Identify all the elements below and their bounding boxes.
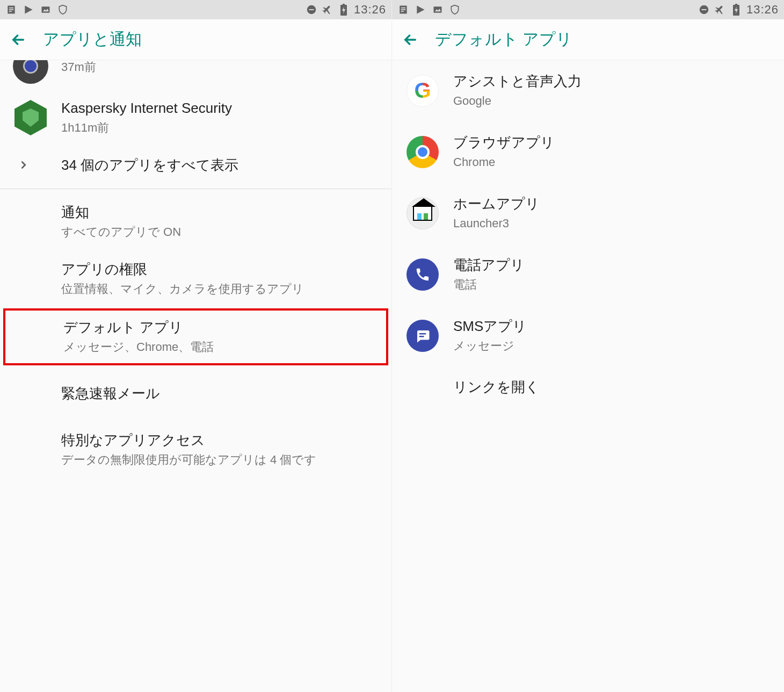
clock: 13:26 bbox=[354, 3, 386, 17]
default-browser[interactable]: ブラウザアプリ Chrome bbox=[392, 121, 784, 183]
default-subtitle: Launcher3 bbox=[453, 215, 773, 232]
setting-subtitle: すべてのアプリで ON bbox=[61, 224, 381, 241]
setting-title: 通知 bbox=[61, 203, 381, 222]
shield-outline-icon bbox=[449, 4, 461, 16]
default-subtitle: メッセージ bbox=[453, 338, 773, 355]
default-title: 電話アプリ bbox=[453, 256, 773, 275]
svg-rect-1 bbox=[9, 8, 13, 9]
play-icon bbox=[415, 4, 426, 16]
see-all-label: 34 個のアプリをすべて表示 bbox=[61, 156, 381, 175]
dnd-icon bbox=[306, 4, 317, 16]
screen-apps-notifications: 13:26 アプリと通知 37m前 Kaspersky Internet S bbox=[0, 0, 392, 692]
svg-rect-3 bbox=[9, 11, 12, 12]
play-icon bbox=[23, 4, 34, 16]
divider bbox=[0, 189, 391, 189]
svg-rect-13 bbox=[401, 9, 405, 10]
setting-title: 緊急速報メール bbox=[61, 384, 381, 403]
svg-rect-20 bbox=[735, 4, 737, 5]
battery-charging-icon bbox=[338, 4, 350, 16]
app-subtitle: 1h11m前 bbox=[61, 120, 381, 136]
document-icon bbox=[5, 4, 17, 16]
camera-icon bbox=[13, 60, 48, 84]
screen-default-apps: 13:26 デフォルト アプリ G アシストと音声入力 Google ブラウザア… bbox=[392, 0, 784, 692]
setting-app-permissions[interactable]: アプリの権限 位置情報、マイク、カメラを使用するアプリ bbox=[0, 250, 391, 307]
setting-default-apps[interactable]: デフォルト アプリ メッセージ、Chrome、電話 bbox=[3, 308, 388, 365]
app-bar: アプリと通知 bbox=[0, 19, 391, 60]
svg-rect-15 bbox=[434, 6, 442, 13]
app-bar: デフォルト アプリ bbox=[392, 19, 784, 60]
setting-subtitle: メッセージ、Chrome、電話 bbox=[63, 339, 379, 356]
back-button[interactable] bbox=[402, 31, 419, 48]
phone-icon bbox=[406, 258, 439, 291]
svg-rect-14 bbox=[401, 11, 404, 12]
chevron-right-icon bbox=[13, 159, 34, 171]
svg-rect-2 bbox=[9, 9, 13, 10]
app-row-kaspersky[interactable]: Kaspersky Internet Security 1h11m前 bbox=[0, 89, 391, 146]
kaspersky-icon bbox=[13, 100, 48, 135]
photos-icon bbox=[432, 4, 444, 16]
default-phone[interactable]: 電話アプリ 電話 bbox=[392, 244, 784, 305]
svg-rect-18 bbox=[701, 9, 706, 10]
setting-emergency-alerts[interactable]: 緊急速報メール bbox=[0, 366, 391, 421]
setting-notifications[interactable]: 通知 すべてのアプリで ON bbox=[0, 193, 391, 250]
setting-title: デフォルト アプリ bbox=[63, 318, 379, 337]
setting-title: アプリの権限 bbox=[61, 260, 381, 279]
status-bar: 13:26 bbox=[392, 0, 784, 19]
battery-charging-icon bbox=[730, 4, 742, 16]
svg-rect-23 bbox=[419, 336, 424, 337]
open-links-label: リンクを開く bbox=[453, 378, 773, 397]
default-home[interactable]: ホームアプリ Launcher3 bbox=[392, 183, 784, 244]
default-title: ブラウザアプリ bbox=[453, 133, 773, 152]
clock: 13:26 bbox=[746, 3, 779, 17]
default-title: アシストと音声入力 bbox=[453, 72, 773, 91]
shield-outline-icon bbox=[57, 4, 69, 16]
airplane-icon bbox=[714, 4, 726, 16]
app-row-camera[interactable]: 37m前 bbox=[0, 60, 391, 89]
see-all-apps[interactable]: 34 個のアプリをすべて表示 bbox=[0, 146, 391, 184]
app-subtitle: 37m前 bbox=[61, 60, 381, 75]
open-links[interactable]: リンクを開く bbox=[392, 366, 784, 408]
default-subtitle: Chrome bbox=[453, 154, 773, 171]
svg-rect-12 bbox=[401, 8, 405, 9]
status-bar: 13:26 bbox=[0, 0, 391, 19]
launcher-icon bbox=[406, 197, 439, 229]
setting-special-access[interactable]: 特別なアプリアクセス データの無制限使用が可能なアプリは 4 個です bbox=[0, 421, 391, 478]
dnd-icon bbox=[698, 4, 710, 16]
document-icon bbox=[397, 4, 409, 16]
message-icon bbox=[406, 320, 439, 352]
default-subtitle: 電話 bbox=[453, 277, 773, 293]
setting-subtitle: 位置情報、マイク、カメラを使用するアプリ bbox=[61, 281, 381, 298]
google-icon: G bbox=[406, 75, 439, 107]
svg-rect-4 bbox=[42, 6, 50, 13]
default-subtitle: Google bbox=[453, 93, 773, 110]
chrome-icon bbox=[406, 136, 439, 168]
setting-title: 特別なアプリアクセス bbox=[61, 431, 381, 450]
setting-subtitle: データの無制限使用が可能なアプリは 4 個です bbox=[61, 452, 381, 468]
svg-rect-22 bbox=[419, 333, 426, 335]
svg-rect-7 bbox=[309, 9, 314, 10]
back-button[interactable] bbox=[10, 31, 27, 48]
photos-icon bbox=[40, 4, 52, 16]
page-title: アプリと通知 bbox=[43, 28, 142, 51]
airplane-icon bbox=[322, 4, 333, 16]
app-name: Kaspersky Internet Security bbox=[61, 99, 381, 118]
default-title: SMSアプリ bbox=[453, 317, 773, 336]
default-sms[interactable]: SMSアプリ メッセージ bbox=[392, 305, 784, 366]
page-title: デフォルト アプリ bbox=[435, 28, 572, 51]
default-title: ホームアプリ bbox=[453, 194, 773, 213]
svg-rect-9 bbox=[343, 4, 345, 5]
default-assist[interactable]: G アシストと音声入力 Google bbox=[392, 60, 784, 121]
